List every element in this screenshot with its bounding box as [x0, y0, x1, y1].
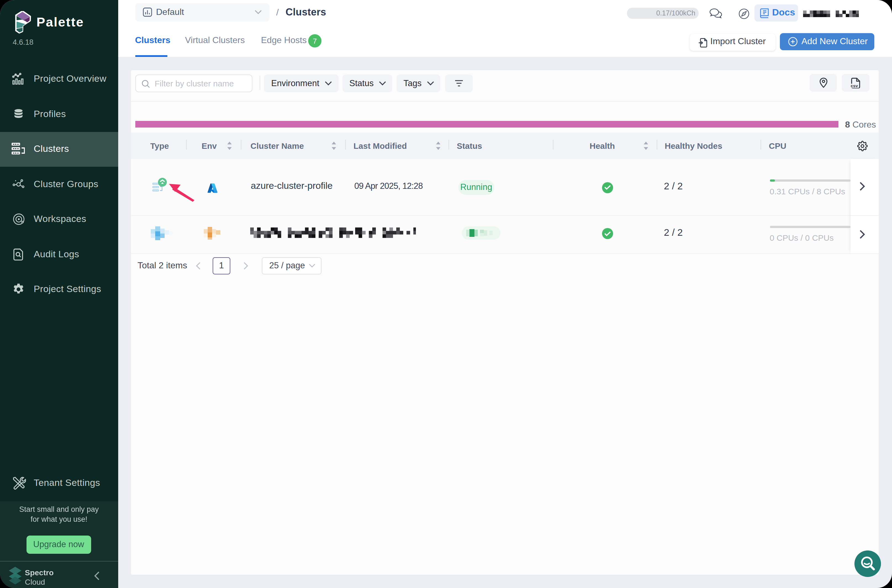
svg-text:csv: csv: [851, 83, 858, 88]
